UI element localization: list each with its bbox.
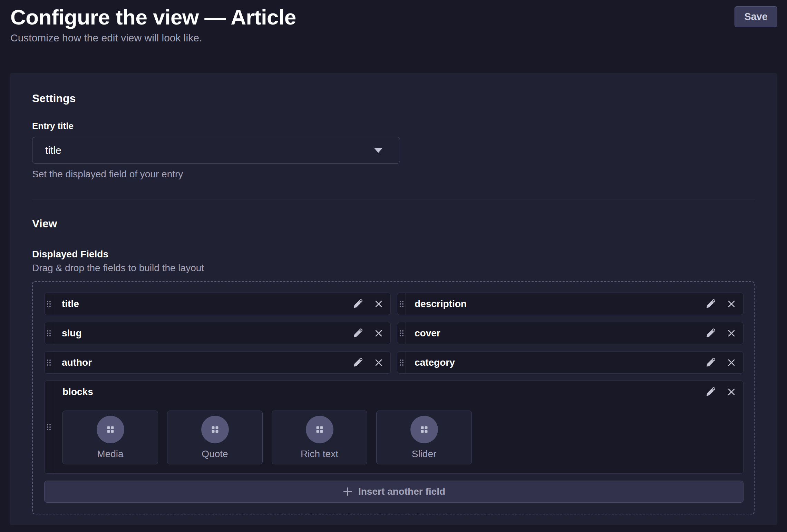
view-heading: View — [32, 217, 755, 230]
blocks-content: blocks Media — [53, 381, 743, 473]
save-button[interactable]: Save — [735, 6, 777, 27]
page-title: Configure the view — Article — [10, 5, 777, 29]
entry-title-select[interactable]: title — [32, 137, 400, 164]
drag-handle[interactable] — [397, 352, 406, 373]
fields-dropzone: title description — [32, 281, 755, 514]
field-row-author[interactable]: author — [44, 351, 391, 374]
chevron-down-icon — [374, 148, 382, 153]
entry-title-label: Entry title — [32, 121, 755, 131]
field-label: blocks — [62, 386, 705, 397]
component-card-label: Rich text — [301, 449, 338, 460]
component-card-label: Media — [97, 449, 123, 460]
cross-icon — [726, 299, 737, 309]
edit-field-button[interactable] — [352, 298, 363, 309]
insert-another-field-button[interactable]: Insert another field — [44, 481, 744, 503]
grid-icon — [106, 425, 115, 434]
edit-field-button[interactable] — [705, 386, 716, 397]
field-label: category — [415, 357, 705, 368]
remove-field-button[interactable] — [726, 357, 737, 368]
cross-icon — [726, 387, 737, 397]
pencil-icon — [705, 357, 716, 368]
edit-field-button[interactable] — [705, 357, 716, 368]
field-row-description[interactable]: description — [397, 293, 744, 315]
field-label: description — [415, 298, 705, 309]
displayed-fields-hint: Drag & drop the fields to build the layo… — [32, 263, 755, 274]
page-header: Configure the view — Article Customize h… — [0, 0, 787, 44]
edit-field-button[interactable] — [705, 298, 716, 309]
field-row-category[interactable]: category — [397, 351, 744, 374]
component-card-media[interactable]: Media — [62, 411, 158, 464]
page-subtitle: Customize how the edit view will look li… — [10, 32, 777, 44]
field-label: title — [62, 298, 352, 309]
grid-icon — [419, 425, 429, 434]
component-card-rich-text[interactable]: Rich text — [272, 411, 367, 464]
component-card-quote[interactable]: Quote — [167, 411, 263, 464]
cross-icon — [373, 357, 384, 368]
drag-handle[interactable] — [45, 322, 53, 344]
field-label: author — [62, 357, 352, 368]
displayed-fields-label: Displayed Fields — [32, 249, 755, 260]
cross-icon — [373, 299, 384, 309]
entry-title-value: title — [45, 145, 61, 156]
pencil-icon — [705, 298, 716, 309]
pencil-icon — [352, 298, 363, 309]
remove-field-button[interactable] — [373, 357, 384, 368]
grid-icon — [315, 425, 324, 434]
plus-icon — [342, 486, 353, 497]
section-divider — [32, 199, 755, 199]
entry-title-field: Entry title title Set the displayed fiel… — [32, 121, 755, 180]
component-icon-circle — [410, 416, 438, 443]
remove-field-button[interactable] — [726, 387, 737, 397]
remove-field-button[interactable] — [726, 328, 737, 338]
component-icon-circle — [306, 416, 333, 443]
pencil-icon — [705, 386, 716, 397]
field-row-slug[interactable]: slug — [44, 322, 391, 344]
drag-handle[interactable] — [397, 293, 406, 315]
component-icon-circle — [97, 416, 124, 443]
field-row-cover[interactable]: cover — [397, 322, 744, 344]
drag-handle[interactable] — [45, 352, 53, 373]
pencil-icon — [705, 328, 716, 339]
component-card-label: Slider — [412, 449, 437, 460]
field-label: slug — [62, 328, 352, 339]
remove-field-button[interactable] — [373, 328, 384, 338]
settings-heading: Settings — [32, 92, 755, 105]
field-row-title[interactable]: title — [44, 293, 391, 315]
edit-field-button[interactable] — [352, 357, 363, 368]
remove-field-button[interactable] — [726, 299, 737, 309]
field-row-blocks[interactable]: blocks Media — [44, 381, 744, 474]
edit-field-button[interactable] — [352, 328, 363, 339]
component-icon-circle — [201, 416, 229, 443]
grid-icon — [210, 425, 220, 434]
component-card-slider[interactable]: Slider — [376, 411, 472, 464]
configuration-panel: Settings Entry title title Set the displ… — [10, 73, 777, 525]
pencil-icon — [352, 328, 363, 339]
cross-icon — [726, 328, 737, 338]
component-cards: Media Quote Rich text — [62, 411, 737, 464]
drag-handle[interactable] — [397, 322, 406, 344]
field-label: cover — [415, 328, 705, 339]
drag-handle[interactable] — [45, 293, 53, 315]
entry-title-helper: Set the displayed field of your entry — [32, 169, 755, 180]
cross-icon — [373, 328, 384, 338]
insert-another-field-label: Insert another field — [358, 486, 445, 497]
cross-icon — [726, 357, 737, 368]
remove-field-button[interactable] — [373, 299, 384, 309]
edit-field-button[interactable] — [705, 328, 716, 339]
drag-handle[interactable] — [45, 381, 53, 473]
component-card-label: Quote — [202, 449, 228, 460]
pencil-icon — [352, 357, 363, 368]
